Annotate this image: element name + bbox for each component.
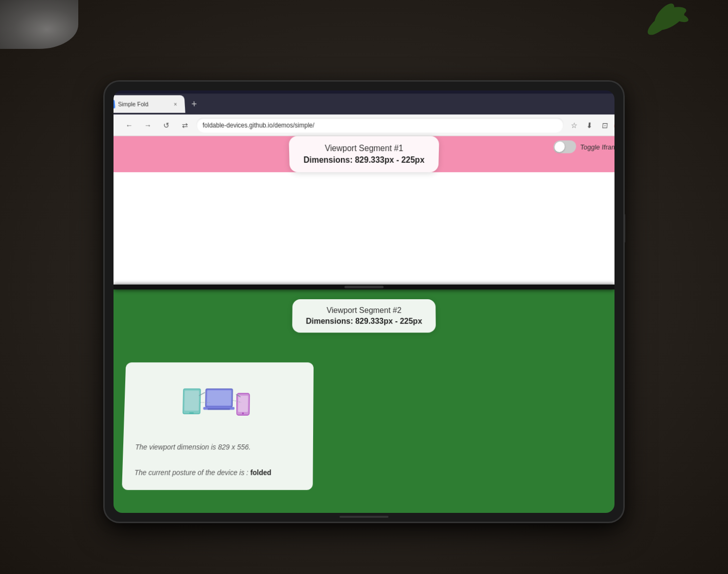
segment1-dimensions: Dimensions: 829.333px - 225px	[303, 155, 425, 165]
device-illustration	[168, 373, 269, 433]
segment2-title: Viewport Segment #2	[306, 306, 422, 315]
back-button[interactable]: ←	[121, 117, 137, 132]
segment1-content: Toggle Iframe Viewport Segment #1 Dimens…	[114, 136, 614, 172]
record-button[interactable]	[614, 120, 614, 131]
hinge-line	[114, 285, 614, 289]
segment2-card: Viewport Segment #2 Dimensions: 829.333p…	[292, 299, 436, 332]
toggle-container: Toggle Iframe	[553, 140, 614, 153]
posture-prefix: The current posture of the device is :	[135, 469, 250, 477]
segment2-content: Viewport Segment #2 Dimensions: 829.333p…	[114, 289, 614, 513]
posture-value: folded	[250, 469, 271, 477]
tab-close-button[interactable]: ×	[171, 100, 180, 109]
device-bottom-indicator	[340, 516, 388, 518]
hinge-pill	[344, 286, 384, 288]
tab-title: Simple Fold	[118, 101, 168, 107]
foldable-device: 12:45 🔒 🔇 📶 43%🔋 W Simple Fold	[105, 82, 623, 522]
toolbar-actions: ☆ ⬇ ⊡	[568, 118, 614, 132]
viewport-text: The viewport dimension is 829 x 556. The…	[134, 441, 301, 480]
address-input[interactable]: foldable-devices.github.io/demos/simple/	[196, 117, 565, 132]
device-screen-area: 12:45 🔒 🔇 📶 43%🔋 W Simple Fold	[114, 90, 614, 513]
tab-favicon: W	[114, 100, 115, 109]
screen-bottom: Viewport Segment #2 Dimensions: 829.333p…	[114, 289, 614, 513]
device-shell: 12:45 🔒 🔇 📶 43%🔋 W Simple Fold	[105, 82, 623, 522]
url-text: foldable-devices.github.io/demos/simple/	[203, 121, 315, 129]
svg-rect-6	[207, 391, 231, 406]
screen-top: 12:45 🔒 🔇 📶 43%🔋 W Simple Fold	[114, 90, 614, 285]
active-tab[interactable]: W Simple Fold ×	[114, 95, 185, 113]
customize-button[interactable]: ⇄	[177, 117, 192, 132]
toggle-knob	[554, 141, 565, 152]
plant-decoration	[630, 0, 689, 39]
download-button[interactable]: ⬇	[583, 118, 596, 132]
new-tab-button[interactable]: +	[186, 96, 202, 111]
forward-button[interactable]: →	[140, 117, 156, 132]
device-info-card: The viewport dimension is 829 x 556. The…	[122, 363, 314, 490]
bookmark-button[interactable]: ☆	[568, 118, 581, 132]
tab-bar: W Simple Fold × +	[114, 93, 614, 114]
svg-rect-8	[207, 409, 230, 410]
side-button[interactable]	[623, 214, 625, 243]
segment2-dimensions: Dimensions: 829.333px - 225px	[306, 317, 422, 326]
svg-rect-10	[184, 391, 199, 411]
toggle-label: Toggle Iframe	[580, 143, 614, 151]
address-bar-row: ⌂ ← → ↺ ⇄ foldable-devices.github.io/dem…	[114, 114, 614, 136]
grey-object-decoration	[0, 0, 78, 49]
toggle-iframe-switch[interactable]	[553, 140, 577, 153]
home-button[interactable]: ⌂	[114, 117, 118, 132]
refresh-button[interactable]: ↺	[159, 117, 174, 132]
svg-rect-13	[238, 396, 249, 412]
segment1-card: Viewport Segment #1 Dimensions: 829.333p…	[289, 136, 439, 172]
extension-button[interactable]: ⊡	[598, 118, 612, 132]
segment1-title: Viewport Segment #1	[303, 144, 425, 154]
